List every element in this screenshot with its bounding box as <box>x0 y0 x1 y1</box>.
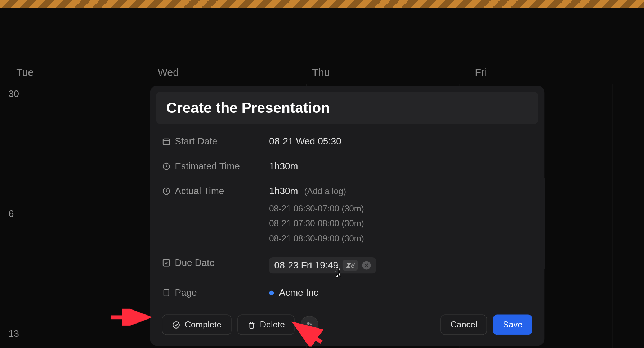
actual-time-value: 1h30m <box>269 186 298 196</box>
actual-time-value-wrap: 1h30m (Add a log) 08-21 06:30-07:00 (30m… <box>269 186 364 244</box>
calendar-weekday-header: Tue Wed Thu Fri Sat <box>0 66 644 78</box>
actual-time-label: Actual Time <box>162 186 269 197</box>
clear-due-date-icon[interactable]: ✕ <box>362 261 371 270</box>
start-date-label: Start Date <box>162 136 269 147</box>
due-date-label: Due Date <box>162 257 269 268</box>
day-thu: Thu <box>273 66 428 78</box>
cancel-button[interactable]: Cancel <box>440 314 487 335</box>
svg-line-16 <box>298 326 321 342</box>
calendar-cell[interactable]: 30 <box>0 84 153 204</box>
due-date-value-wrap[interactable]: 08-23 Fri 19:49 ⧗8 ✕ <box>269 257 376 273</box>
page-label: Page <box>162 287 269 298</box>
start-date-value[interactable]: 08-21 Wed 05:30 <box>269 136 341 147</box>
start-date-row: Start Date 08-21 Wed 05:30 <box>162 129 532 154</box>
complete-button[interactable]: Complete <box>162 314 231 335</box>
estimated-time-label: Estimated Time <box>162 161 269 172</box>
svg-point-10 <box>173 322 179 328</box>
trash-icon <box>247 321 256 329</box>
log-item[interactable]: 08-21 06:30-07:00 (30m) <box>269 204 364 213</box>
calendar-cell[interactable]: 3 <box>613 84 644 204</box>
page-color-dot <box>269 290 274 295</box>
add-log-link[interactable]: (Add a log) <box>304 187 346 196</box>
time-logs: 08-21 06:30-07:00 (30m) 08-21 07:30-08:0… <box>269 204 364 244</box>
task-edit-modal: Create the Presentation Start Date 08-21… <box>150 86 545 346</box>
calendar-icon <box>162 137 171 146</box>
actual-time-row: Actual Time 1h30m (Add a log) 08-21 06:3… <box>162 179 532 250</box>
day-wed: Wed <box>132 66 274 78</box>
task-title-input[interactable]: Create the Presentation <box>156 92 538 124</box>
checkbox-icon <box>162 259 171 267</box>
calendar-cell[interactable]: 17 <box>613 324 644 348</box>
day-fri: Fri <box>428 66 591 78</box>
delete-button[interactable]: Delete <box>237 314 295 335</box>
estimated-time-value[interactable]: 1h30m <box>269 161 298 172</box>
day-sat: Sat <box>591 66 644 78</box>
annotation-arrow <box>108 309 151 326</box>
estimated-time-row: Estimated Time 1h30m <box>162 154 532 179</box>
calendar-cell[interactable]: 13 <box>0 324 153 348</box>
date-num: 6 <box>9 208 14 219</box>
page-value[interactable]: Acme Inc <box>269 287 318 298</box>
date-num: 13 <box>9 329 19 339</box>
due-date-row: Due Date 08-23 Fri 19:49 ⧗8 ✕ <box>162 250 532 280</box>
annotation-arrow <box>291 321 326 346</box>
clock-icon <box>162 162 171 171</box>
calendar-cell[interactable]: 6 <box>0 204 153 324</box>
save-button[interactable]: Save <box>493 314 532 335</box>
check-circle-icon <box>172 321 180 329</box>
svg-rect-4 <box>163 139 170 145</box>
title-bar <box>0 0 644 8</box>
page-name: Acme Inc <box>279 287 318 298</box>
footer-right: Cancel Save <box>440 314 532 335</box>
cursor-pointer-icon <box>334 267 346 284</box>
task-title-text: Create the Presentation <box>166 99 528 116</box>
page-icon <box>162 289 171 297</box>
modal-body: Start Date 08-21 Wed 05:30 Estimated Tim… <box>150 129 545 305</box>
page-row: Page Acme Inc <box>162 280 532 305</box>
calendar-cell[interactable]: 10 <box>613 204 644 324</box>
clock-icon <box>162 187 171 196</box>
modal-footer: Complete Delete Cancel Save <box>150 305 545 346</box>
svg-rect-8 <box>163 260 170 266</box>
day-tue: Tue <box>0 66 132 78</box>
log-item[interactable]: 08-21 08:30-09:00 (30m) <box>269 234 364 244</box>
date-num: 30 <box>9 88 19 99</box>
svg-rect-9 <box>164 290 169 296</box>
log-item[interactable]: 08-21 07:30-08:00 (30m) <box>269 219 364 228</box>
due-date-value: 08-23 Fri 19:49 <box>274 260 339 271</box>
